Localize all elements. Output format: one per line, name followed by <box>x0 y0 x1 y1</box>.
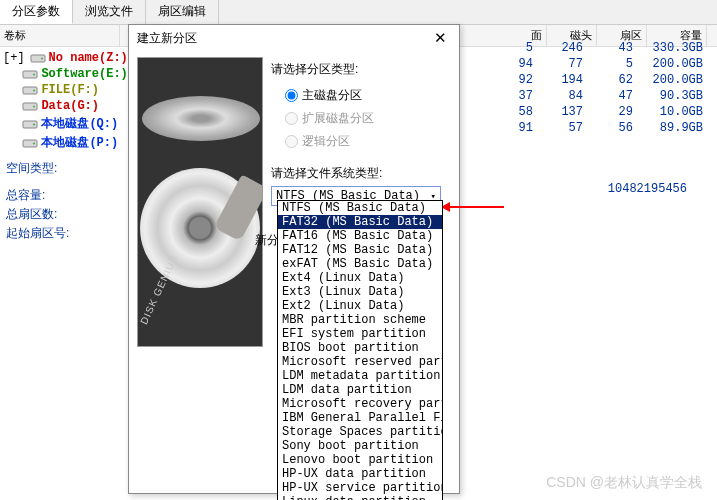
volume-tree: [+]No name(Z:) Software(E:) FILE(F:) Dat… <box>0 47 128 155</box>
tab-bar: 分区参数 浏览文件 扇区编辑 <box>0 0 717 25</box>
dropdown-item[interactable]: FAT16 (MS Basic Data) <box>278 229 442 243</box>
col-volume: 卷标 <box>0 25 120 46</box>
dropdown-item[interactable]: Ext3 (Linux Data) <box>278 285 442 299</box>
dropdown-item[interactable]: Storage Spaces partition <box>278 425 442 439</box>
table-row[interactable]: 581372910.0GB <box>487 104 707 120</box>
tab-partition-params[interactable]: 分区参数 <box>0 0 73 24</box>
dropdown-item[interactable]: LDM data partition <box>278 383 442 397</box>
tree-item[interactable]: 本地磁盘(P:) <box>3 133 125 152</box>
table-row[interactable]: 9219462200.0GB <box>487 72 707 88</box>
tab-sector-edit[interactable]: 扇区编辑 <box>146 0 219 24</box>
filesystem-label: 请选择文件系统类型: <box>271 165 451 182</box>
drive-icon <box>22 68 38 80</box>
dropdown-item[interactable]: Sony boot partition <box>278 439 442 453</box>
dialog-titlebar: 建立新分区 ✕ <box>129 25 459 53</box>
dropdown-item[interactable]: FAT32 (MS Basic Data) <box>278 215 442 229</box>
drive-icon <box>22 100 38 112</box>
table-row[interactable]: 94775200.0GB <box>487 56 707 72</box>
tree-item[interactable]: FILE(F:) <box>3 82 125 98</box>
radio-extended: 扩展磁盘分区 <box>285 107 451 130</box>
tree-label: FILE(F:) <box>41 83 99 97</box>
svg-point-1 <box>41 58 43 60</box>
dialog-title-text: 建立新分区 <box>137 30 197 48</box>
dropdown-item[interactable]: Linux data partition <box>278 495 442 500</box>
dropdown-item[interactable]: exFAT (MS Basic Data) <box>278 257 442 271</box>
dropdown-item[interactable]: BIOS boot partition <box>278 341 442 355</box>
info-value: 10482195456 <box>608 182 687 196</box>
tab-browse-files[interactable]: 浏览文件 <box>73 0 146 24</box>
dropdown-item[interactable]: MBR partition scheme <box>278 313 442 327</box>
tree-label: Software(E:) <box>41 67 127 81</box>
svg-point-9 <box>33 123 35 125</box>
watermark: CSDN @老林认真学全栈 <box>546 474 702 492</box>
tree-item[interactable]: Data(G:) <box>3 98 125 114</box>
info-start-sector: 起始扇区号: <box>6 224 122 243</box>
drive-icon <box>30 52 46 64</box>
table-row[interactable]: 37844790.3GB <box>487 88 707 104</box>
table-row[interactable]: 91575689.9GB <box>487 120 707 136</box>
close-icon[interactable]: ✕ <box>429 30 451 48</box>
info-space-type: 空间类型: <box>6 159 122 178</box>
drive-icon <box>22 118 38 130</box>
filesystem-dropdown[interactable]: ^ NTFS (MS Basic Data)FAT32 (MS Basic Da… <box>277 200 443 500</box>
dropdown-item[interactable]: NTFS (MS Basic Data) <box>278 201 442 215</box>
tree-label: 本地磁盘(Q:) <box>41 115 118 132</box>
disk-illustration: DISK GENIUS <box>137 57 263 347</box>
dropdown-item[interactable]: Ext4 (Linux Data) <box>278 271 442 285</box>
info-total-sectors: 总扇区数: <box>6 205 122 224</box>
new-partition-text: 新分 <box>255 232 279 249</box>
dropdown-item[interactable]: Ext2 (Linux Data) <box>278 299 442 313</box>
info-section: 空间类型: 总容量: 总扇区数: 起始扇区号: <box>0 155 128 247</box>
info-total-capacity: 总容量: <box>6 186 122 205</box>
tree-label: No name(Z:) <box>49 51 128 65</box>
tree-item[interactable]: [+]No name(Z:) <box>3 50 125 66</box>
partition-type-label: 请选择分区类型: <box>271 61 451 78</box>
dropdown-item[interactable]: FAT12 (MS Basic Data) <box>278 243 442 257</box>
tree-item[interactable]: Software(E:) <box>3 66 125 82</box>
dropdown-item[interactable]: Microsoft reserved partition <box>278 355 442 369</box>
svg-point-3 <box>33 74 35 76</box>
svg-point-11 <box>33 142 35 144</box>
dropdown-item[interactable]: HP-UX service partition <box>278 481 442 495</box>
tree-label: Data(G:) <box>41 99 99 113</box>
dropdown-item[interactable]: LDM metadata partition <box>278 369 442 383</box>
dropdown-item[interactable]: HP-UX data partition <box>278 467 442 481</box>
dropdown-item[interactable]: Microsoft recovery partition <box>278 397 442 411</box>
tree-item[interactable]: 本地磁盘(Q:) <box>3 114 125 133</box>
table-row[interactable]: 524643330.3GB <box>487 40 707 56</box>
tree-label: 本地磁盘(P:) <box>41 134 118 151</box>
svg-point-5 <box>33 90 35 92</box>
dropdown-item[interactable]: EFI system partition <box>278 327 442 341</box>
dropdown-item[interactable]: IBM General Parallel File Sys <box>278 411 442 425</box>
radio-logical: 逻辑分区 <box>285 130 451 153</box>
drive-icon <box>22 137 38 149</box>
radio-primary[interactable]: 主磁盘分区 <box>285 84 451 107</box>
dropdown-item[interactable]: Lenovo boot partition <box>278 453 442 467</box>
drive-icon <box>22 84 38 96</box>
partition-table: 524643330.3GB94775200.0GB9219462200.0GB3… <box>487 40 707 136</box>
svg-point-7 <box>33 106 35 108</box>
